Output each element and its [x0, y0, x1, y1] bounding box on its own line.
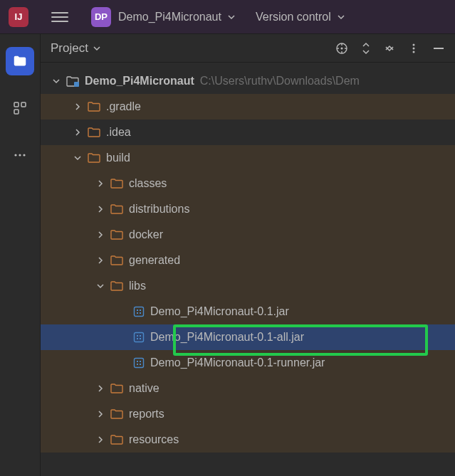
tree-label: docker — [129, 228, 163, 241]
svg-point-7 — [341, 47, 343, 49]
chevron-down-icon — [93, 44, 101, 53]
tree-label: native — [129, 382, 159, 395]
hamburger-menu[interactable] — [51, 12, 68, 22]
tree-item-resources[interactable]: resources — [41, 427, 455, 453]
tree-label: reports — [129, 408, 164, 421]
archive-icon — [133, 357, 145, 369]
tree-label: .idea — [106, 126, 131, 139]
project-tree[interactable]: Demo_Pi4Micronaut C:\Users\ruthv\Downloa… — [41, 63, 455, 453]
tree-item-jar3[interactable]: Demo_Pi4Micronaut-0.1-runner.jar — [41, 350, 455, 376]
svg-point-12 — [413, 43, 415, 46]
tree-item-jar2-selected[interactable]: Demo_Pi4Micronaut-0.1-all.jar — [41, 324, 455, 350]
chevron-right-icon[interactable] — [72, 102, 83, 111]
folder-icon — [110, 178, 123, 189]
hide-icon[interactable] — [432, 42, 445, 55]
more-tool-button[interactable] — [6, 141, 34, 169]
folder-icon — [110, 255, 123, 266]
folder-icon — [88, 152, 100, 164]
tree-root[interactable]: Demo_Pi4Micronaut C:\Users\ruthv\Downloa… — [41, 68, 455, 94]
folder-icon — [88, 101, 100, 112]
tree-label: Demo_Pi4Micronaut-0.1-all.jar — [150, 331, 304, 344]
archive-icon — [133, 332, 145, 343]
svg-rect-17 — [135, 307, 144, 317]
svg-point-14 — [413, 51, 415, 53]
tree-item-idea[interactable]: .idea — [41, 120, 455, 145]
tree-item-jar1[interactable]: Demo_Pi4Micronaut-0.1.jar — [41, 299, 455, 324]
tree-root-label: Demo_Pi4Micronaut — [85, 75, 194, 88]
folder-icon — [110, 203, 123, 215]
tree-item-build[interactable]: build — [41, 145, 455, 171]
tree-label: distributions — [129, 203, 189, 216]
folder-icon — [110, 229, 123, 240]
svg-rect-28 — [137, 361, 138, 362]
chevron-right-icon[interactable] — [72, 128, 83, 137]
chevron-down-icon[interactable] — [95, 282, 106, 290]
tree-item-classes[interactable]: classes — [41, 171, 455, 196]
tree-label: .gradle — [106, 100, 141, 113]
tree-label: libs — [129, 280, 146, 292]
chevron-down-icon — [337, 13, 345, 21]
module-icon — [66, 75, 79, 87]
version-control-dropdown[interactable]: Version control — [256, 11, 345, 23]
tree-item-reports[interactable]: reports — [41, 401, 455, 427]
chevron-down-icon[interactable] — [72, 154, 83, 162]
svg-rect-16 — [74, 82, 79, 87]
left-tool-rail — [0, 34, 41, 476]
svg-rect-29 — [140, 361, 141, 362]
tree-item-docker[interactable]: docker — [41, 222, 455, 248]
select-opened-file-icon[interactable] — [335, 42, 348, 55]
tree-item-native[interactable]: native — [41, 376, 455, 401]
svg-rect-26 — [140, 338, 141, 339]
chevron-right-icon[interactable] — [95, 205, 106, 213]
svg-rect-23 — [137, 335, 138, 337]
chevron-right-icon[interactable] — [95, 231, 106, 239]
top-bar: IJ DP Demo_Pi4Micronaut Version control — [0, 0, 455, 34]
options-icon[interactable] — [408, 43, 419, 54]
chevron-right-icon[interactable] — [95, 256, 106, 265]
chevron-right-icon[interactable] — [95, 384, 106, 393]
svg-rect-0 — [14, 102, 19, 107]
svg-rect-24 — [140, 335, 141, 337]
svg-point-5 — [23, 154, 25, 156]
svg-rect-27 — [135, 359, 144, 368]
folder-icon — [110, 383, 123, 394]
svg-rect-21 — [140, 312, 141, 314]
tree-label: build — [106, 152, 130, 164]
tree-item-gradle[interactable]: .gradle — [41, 94, 455, 120]
chevron-right-icon[interactable] — [95, 435, 106, 444]
project-panel: Project Demo_Pi4Micronaut C:\Users\ruthv… — [41, 34, 455, 476]
tree-label: Demo_Pi4Micronaut-0.1.jar — [150, 305, 289, 318]
svg-rect-2 — [14, 110, 19, 114]
tree-label: Demo_Pi4Micronaut-0.1-runner.jar — [150, 356, 325, 369]
archive-icon — [133, 306, 145, 317]
panel-title-dropdown[interactable]: Project — [51, 41, 88, 55]
tree-item-libs[interactable]: libs — [41, 273, 455, 299]
svg-rect-25 — [137, 338, 138, 339]
svg-rect-18 — [137, 310, 138, 311]
version-control-label: Version control — [256, 11, 331, 23]
project-tool-button[interactable] — [6, 47, 34, 75]
svg-rect-1 — [21, 102, 26, 107]
app-icon: IJ — [9, 7, 28, 27]
tree-item-generated[interactable]: generated — [41, 248, 455, 273]
expand-collapse-icon[interactable] — [361, 42, 371, 55]
tree-root-path: C:\Users\ruthv\Downloads\Dem — [200, 75, 360, 88]
project-name-dropdown[interactable]: Demo_Pi4Micronaut — [118, 11, 221, 23]
folder-icon — [110, 280, 123, 292]
collapse-all-icon[interactable] — [384, 43, 395, 54]
svg-point-13 — [413, 47, 415, 49]
svg-rect-31 — [140, 364, 141, 365]
chevron-right-icon[interactable] — [95, 179, 106, 188]
tree-label: classes — [129, 177, 167, 190]
svg-rect-30 — [137, 364, 138, 365]
structure-tool-button[interactable] — [6, 94, 34, 122]
tree-item-distributions[interactable]: distributions — [41, 196, 455, 222]
chevron-right-icon[interactable] — [95, 410, 106, 418]
chevron-down-icon — [227, 13, 236, 21]
folder-icon — [110, 408, 123, 420]
folder-icon — [88, 127, 100, 138]
chevron-down-icon[interactable] — [51, 77, 62, 85]
folder-icon — [110, 434, 123, 445]
svg-rect-22 — [135, 333, 144, 342]
project-badge: DP — [91, 7, 111, 27]
